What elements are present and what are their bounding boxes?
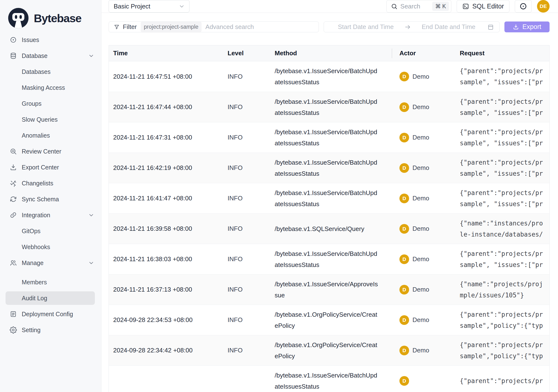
actor-name: Demo: [412, 316, 429, 324]
cell-request: {"parent":"projects/prsample", "issues":…: [456, 187, 549, 209]
project-selector[interactable]: Basic Project: [109, 0, 190, 13]
export-label: Export: [522, 23, 541, 31]
advanced-search-placeholder: Advanced search: [205, 23, 254, 31]
cell-time: 2024-11-21 16:42:19 +08:00: [109, 164, 224, 172]
cell-method: /bytebase.v1.IssueService/BatchUpdateIss…: [271, 187, 396, 209]
manage-icon: [10, 259, 17, 267]
cell-actor: D: [396, 376, 456, 386]
sql-editor-label: SQL Editor: [472, 3, 504, 10]
export-button[interactable]: Export: [505, 21, 549, 32]
sync-schema-icon: [10, 196, 17, 203]
column-header-actor: Actor: [396, 50, 456, 57]
actor-avatar: D: [400, 72, 409, 81]
cell-request: {"parent":"projects/prsample", "issues":…: [456, 126, 549, 149]
sidebar-item-anomalies[interactable]: Anomalies: [0, 127, 101, 143]
circle-dot-button[interactable]: [515, 0, 532, 13]
table-row: 2024-11-21 16:41:47 +08:00INFO/bytebase.…: [109, 183, 549, 213]
sidebar-item-slow-queries[interactable]: Slow Queries: [0, 112, 101, 127]
date-range-picker[interactable]: Start Date and Time End Date and Time: [324, 21, 500, 32]
chevron-down-icon: [88, 53, 94, 59]
sidebar-item-label: GitOps: [22, 228, 41, 235]
sidebar-item-export-center[interactable]: Export Center: [0, 159, 101, 175]
sidebar-item-database[interactable]: Database: [0, 48, 101, 64]
cell-time: 2024-09-28 22:34:53 +08:00: [109, 316, 224, 324]
sidebar-item-changelists[interactable]: Changelists: [0, 175, 101, 191]
cell-request: {"name":"projects/projmple/issues/105"}: [456, 279, 549, 301]
cell-method: /bytebase.v1.OrgPolicyService/CreatePoli…: [271, 309, 396, 331]
cell-actor: DDemo: [396, 102, 456, 112]
sidebar-item-label: Webhooks: [22, 244, 50, 251]
sidebar-item-label: Anomalies: [22, 132, 50, 139]
cell-level: INFO: [224, 134, 271, 141]
table-row: 2024-09-28 22:34:42 +08:00INFO/bytebase.…: [109, 335, 549, 366]
table-header: Time Level Method Actor Request: [109, 45, 549, 61]
cell-request: {"name":"instances/prole-instance/databa…: [456, 218, 549, 240]
bytebase-logo[interactable]: Bytebase: [0, 0, 101, 30]
calendar-icon[interactable]: [487, 24, 494, 30]
integration-icon: [10, 211, 17, 219]
review-center-icon: [10, 148, 17, 155]
download-icon: [513, 24, 519, 30]
sidebar: Bytebase IssuesDatabaseDatabasesMasking …: [0, 0, 101, 392]
sidebar-item-setting[interactable]: Setting: [0, 322, 101, 338]
issues-icon: [10, 36, 17, 44]
table-row: /bytebase.v1.IssueService/BatchUpdateIss…: [109, 366, 549, 392]
search-icon: [391, 3, 398, 10]
search-label: Search: [401, 3, 420, 10]
terminal-icon: [462, 3, 469, 10]
sidebar-item-sync-schema[interactable]: Sync Schema: [0, 191, 101, 207]
sidebar-item-label: Audit Log: [22, 295, 47, 302]
sidebar-item-masking-access[interactable]: Masking Access: [0, 80, 101, 96]
sidebar-item-integration[interactable]: Integration: [0, 207, 101, 223]
sidebar-item-label: Slow Queries: [22, 116, 58, 123]
cell-actor: DDemo: [396, 72, 456, 81]
filter-chip-project[interactable]: project:project-sample: [141, 22, 201, 32]
actor-name: Demo: [412, 225, 429, 232]
cell-method: /bytebase.v1.IssueService/BatchUpdateIss…: [271, 126, 396, 149]
user-avatar[interactable]: DE: [537, 0, 549, 13]
sidebar-item-review-center[interactable]: Review Center: [0, 143, 101, 159]
table-body: 2024-11-21 16:47:51 +08:00INFO/bytebase.…: [109, 61, 549, 392]
cell-time: 2024-11-21 16:47:51 +08:00: [109, 73, 224, 80]
sidebar-item-label: Review Center: [22, 148, 61, 155]
sql-editor-button[interactable]: SQL Editor: [457, 0, 509, 13]
sidebar-item-databases[interactable]: Databases: [0, 64, 101, 80]
sidebar-item-manage[interactable]: Manage: [0, 255, 101, 271]
actor-name: Demo: [412, 103, 429, 111]
actor-name: Demo: [412, 286, 429, 293]
search-shortcut-kbd: ⌘ K: [432, 2, 449, 11]
cell-request: {"parent":"projects/prsample","policy":{…: [456, 309, 549, 331]
sidebar-item-label: Masking Access: [22, 84, 65, 91]
sidebar-item-webhooks[interactable]: Webhooks: [0, 239, 101, 255]
sidebar-item-deployment-config[interactable]: Deployment Config: [0, 306, 101, 322]
cell-request: {"parent":"projects/prsample", "issues":…: [456, 65, 549, 88]
bytebase-app: Bytebase IssuesDatabaseDatabasesMasking …: [0, 0, 558, 392]
cell-level: INFO: [224, 195, 271, 202]
table-row: 2024-11-21 16:39:58 +08:00INFO/bytebase.…: [109, 213, 549, 244]
cell-request: {"parent":"projects/pr: [456, 375, 549, 386]
actor-name: Demo: [412, 134, 429, 141]
sidebar-item-members[interactable]: Members: [0, 274, 101, 290]
deployment-config-icon: [10, 310, 17, 318]
actor-avatar: D: [400, 254, 409, 264]
sidebar-item-gitops[interactable]: GitOps: [0, 223, 101, 239]
app-title: Bytebase: [34, 12, 81, 25]
actor-avatar: D: [400, 224, 409, 234]
table-row: 2024-11-21 16:42:19 +08:00INFO/bytebase.…: [109, 153, 549, 183]
cell-time: 2024-11-21 16:38:03 +08:00: [109, 255, 224, 263]
sidebar-item-groups[interactable]: Groups: [0, 96, 101, 112]
actor-avatar: D: [400, 102, 409, 112]
cell-level: INFO: [224, 103, 271, 111]
cell-actor: DDemo: [396, 315, 456, 325]
sidebar-item-label: Sync Schema: [22, 196, 59, 203]
sidebar-item-label: Databases: [22, 68, 51, 75]
advanced-search-input[interactable]: Filter project:project-sample Advanced s…: [109, 21, 319, 32]
sidebar-item-label: Issues: [22, 36, 39, 44]
sidebar-item-audit-log[interactable]: Audit Log: [6, 291, 95, 305]
cell-actor: DDemo: [396, 254, 456, 264]
project-selector-value: Basic Project: [114, 3, 179, 10]
sidebar-item-issues[interactable]: Issues: [0, 32, 101, 48]
chevron-down-icon: [88, 260, 94, 266]
actor-name: Demo: [412, 347, 429, 354]
search-button[interactable]: Search ⌘ K: [386, 0, 451, 13]
